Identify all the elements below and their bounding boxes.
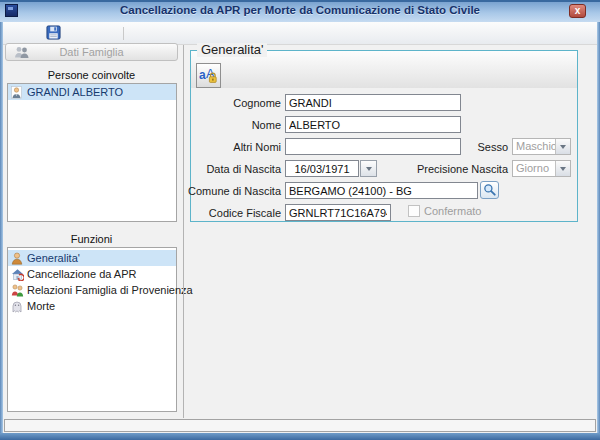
precisione-nascita-label: Precisione Nascita bbox=[400, 162, 508, 177]
comune-search-button[interactable] bbox=[480, 181, 499, 199]
persone-coinvolte-list: GRANDI ALBERTO bbox=[7, 83, 177, 222]
save-button[interactable] bbox=[42, 24, 64, 43]
ghost-icon bbox=[11, 300, 23, 317]
status-bar bbox=[4, 419, 596, 432]
funzioni-item-label: Cancellazione da APR bbox=[27, 268, 136, 280]
letters-lock-icon: a A bbox=[198, 64, 219, 87]
person-icon bbox=[11, 86, 22, 103]
funzioni-item-cancellazione[interactable]: Cancellazione da APR bbox=[8, 266, 176, 282]
nome-label: Nome bbox=[186, 118, 281, 133]
sesso-value: Maschio bbox=[513, 139, 555, 154]
chevron-down-icon bbox=[555, 139, 570, 154]
funzioni-list: Generalita' Cancellazione da APR bbox=[7, 247, 177, 412]
chevron-down-icon bbox=[555, 161, 570, 176]
chevron-down-icon bbox=[366, 167, 372, 171]
cognome-label: Cognome bbox=[186, 96, 281, 111]
dati-famiglia-label: Dati Famiglia bbox=[59, 46, 123, 58]
funzioni-item-label: Relazioni Famiglia di Provenienza bbox=[27, 284, 193, 296]
confermato-checkbox[interactable] bbox=[408, 205, 420, 217]
funzioni-item-relazioni[interactable]: Relazioni Famiglia di Provenienza bbox=[8, 282, 176, 298]
altri-nomi-label: Altri Nomi bbox=[186, 140, 281, 155]
window-border-left bbox=[0, 22, 3, 433]
window-border-bottom bbox=[0, 433, 600, 440]
dialog-window: Cancellazione da APR per Morte da Comuni… bbox=[0, 0, 600, 440]
close-button[interactable]: x bbox=[569, 4, 586, 18]
sesso-combobox[interactable]: Maschio bbox=[512, 138, 571, 155]
generalita-group-title: Generalita' bbox=[197, 43, 267, 57]
save-icon bbox=[46, 25, 61, 42]
toolbar-separator bbox=[123, 27, 124, 40]
data-nascita-input[interactable] bbox=[285, 160, 359, 177]
main-toolbar bbox=[3, 22, 597, 45]
persone-coinvolte-header: Persone coinvolte bbox=[5, 69, 178, 82]
funzioni-item-label: Morte bbox=[27, 300, 55, 312]
dati-famiglia-button[interactable]: Dati Famiglia bbox=[5, 43, 178, 61]
person-list-item-label: GRANDI ALBERTO bbox=[27, 86, 123, 98]
funzioni-item-morte[interactable]: Morte bbox=[8, 298, 176, 314]
data-nascita-label: Data di Nascita bbox=[186, 162, 281, 177]
cognome-input[interactable] bbox=[285, 94, 461, 111]
comune-nascita-label: Comune di Nascita bbox=[186, 184, 281, 199]
sesso-label: Sesso bbox=[420, 140, 508, 155]
edit-names-button[interactable]: a A bbox=[196, 63, 221, 88]
data-nascita-dropdown-button[interactable] bbox=[360, 160, 377, 177]
confermato-label: Confermato bbox=[424, 205, 494, 218]
comune-nascita-input[interactable] bbox=[285, 182, 478, 199]
nome-input[interactable] bbox=[285, 116, 461, 133]
precisione-nascita-combobox[interactable]: Giorno bbox=[512, 160, 571, 177]
funzioni-item-generalita[interactable]: Generalita' bbox=[8, 250, 176, 266]
svg-text:a: a bbox=[199, 68, 206, 82]
funzioni-header: Funzioni bbox=[5, 233, 178, 246]
search-icon bbox=[483, 183, 496, 198]
panel-divider bbox=[183, 45, 184, 418]
codice-fiscale-input[interactable] bbox=[285, 204, 391, 221]
family-group-icon bbox=[14, 46, 30, 63]
window-title: Cancellazione da APR per Morte da Comuni… bbox=[0, 0, 600, 22]
codice-fiscale-label: Codice Fiscale bbox=[186, 206, 281, 221]
precisione-nascita-value: Giorno bbox=[513, 161, 555, 176]
person-list-item[interactable]: GRANDI ALBERTO bbox=[8, 84, 176, 100]
funzioni-item-label: Generalita' bbox=[27, 252, 80, 264]
